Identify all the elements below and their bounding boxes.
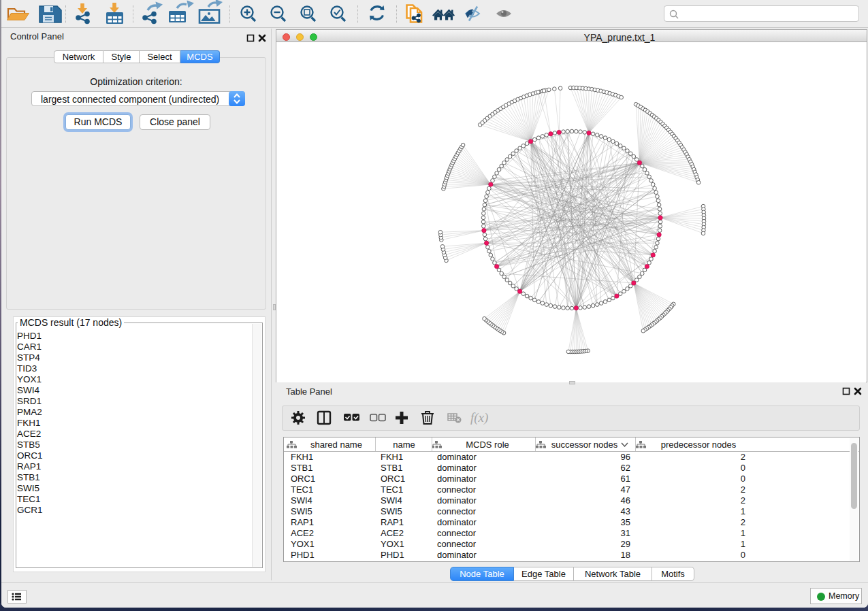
svg-text:f(x): f(x): [470, 410, 488, 425]
